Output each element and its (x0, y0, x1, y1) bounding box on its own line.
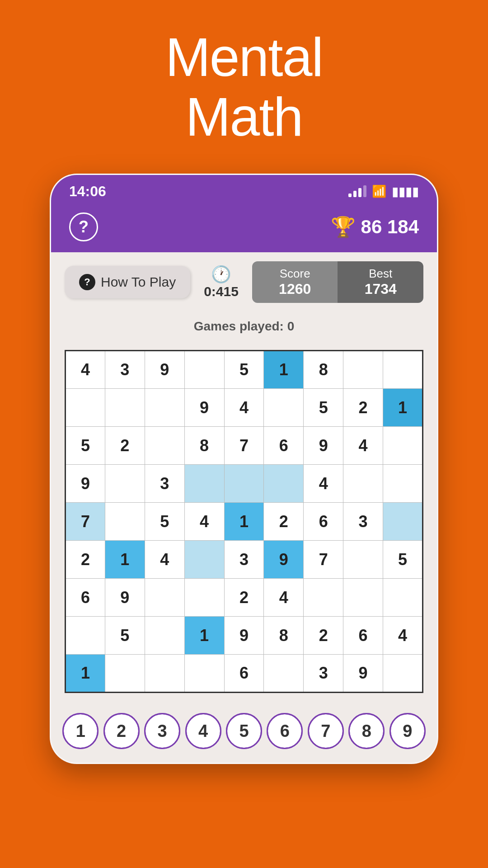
grid-cell[interactable] (145, 427, 184, 465)
grid-cell[interactable] (383, 503, 423, 541)
grid-cell[interactable]: 1 (105, 541, 145, 579)
signal-icon (348, 186, 366, 197)
grid-cell[interactable]: 5 (66, 427, 105, 465)
grid-cell[interactable]: 6 (66, 579, 105, 617)
grid-cell[interactable]: 7 (224, 427, 264, 465)
number-button-7[interactable]: 7 (308, 713, 344, 749)
grid-cell[interactable] (343, 351, 383, 389)
best-value: 1734 (348, 281, 413, 297)
number-button-3[interactable]: 3 (144, 713, 180, 749)
grid-cell[interactable]: 5 (145, 503, 184, 541)
grid-cell[interactable]: 8 (304, 351, 343, 389)
help-button[interactable]: ? (69, 212, 98, 241)
wifi-icon: 📶 (372, 184, 386, 198)
grid-cell[interactable] (105, 389, 145, 427)
grid-cell[interactable]: 2 (304, 617, 343, 655)
grid-cell[interactable] (105, 465, 145, 503)
grid-cell[interactable] (383, 579, 423, 617)
grid-cell[interactable]: 4 (145, 541, 184, 579)
grid-cell[interactable]: 9 (343, 655, 383, 693)
grid-cell[interactable]: 3 (224, 541, 264, 579)
grid-cell[interactable] (66, 617, 105, 655)
grid-cell[interactable]: 7 (66, 503, 105, 541)
grid-cell[interactable]: 9 (184, 389, 224, 427)
grid-cell[interactable]: 3 (105, 351, 145, 389)
grid-cell[interactable]: 9 (304, 427, 343, 465)
grid-cell[interactable] (343, 465, 383, 503)
grid-cell[interactable]: 2 (105, 427, 145, 465)
timer-section: 🕐 0:415 (204, 265, 239, 299)
grid-cell[interactable] (105, 503, 145, 541)
number-button-2[interactable]: 2 (103, 713, 140, 749)
grid-cell[interactable] (184, 655, 224, 693)
grid-cell[interactable]: 9 (145, 351, 184, 389)
sudoku-grid: 4395189452152876949347541263214397569245… (65, 350, 423, 693)
grid-cell[interactable] (383, 465, 423, 503)
grid-cell[interactable]: 8 (264, 617, 304, 655)
grid-cell[interactable]: 2 (66, 541, 105, 579)
grid-cell[interactable]: 2 (224, 579, 264, 617)
grid-cell[interactable]: 6 (264, 427, 304, 465)
grid-cell[interactable]: 6 (304, 503, 343, 541)
grid-cell[interactable]: 5 (383, 541, 423, 579)
grid-container: 4395189452152876949347541263214397569245… (51, 341, 437, 702)
grid-cell[interactable]: 6 (224, 655, 264, 693)
grid-cell[interactable]: 5 (304, 389, 343, 427)
grid-cell[interactable] (184, 579, 224, 617)
grid-cell[interactable] (145, 655, 184, 693)
grid-cell[interactable] (304, 579, 343, 617)
grid-cell[interactable]: 1 (264, 351, 304, 389)
grid-cell[interactable]: 2 (264, 503, 304, 541)
grid-cell[interactable] (383, 351, 423, 389)
grid-cell[interactable]: 9 (224, 617, 264, 655)
grid-cell[interactable]: 8 (184, 427, 224, 465)
grid-cell[interactable] (224, 465, 264, 503)
grid-cell[interactable]: 4 (224, 389, 264, 427)
grid-cell[interactable] (184, 351, 224, 389)
number-button-1[interactable]: 1 (62, 713, 99, 749)
grid-cell[interactable]: 9 (264, 541, 304, 579)
number-button-5[interactable]: 5 (226, 713, 262, 749)
number-button-8[interactable]: 8 (348, 713, 385, 749)
grid-cell[interactable] (184, 465, 224, 503)
grid-cell[interactable]: 1 (66, 655, 105, 693)
grid-cell[interactable]: 5 (224, 351, 264, 389)
grid-cell[interactable]: 4 (66, 351, 105, 389)
grid-cell[interactable]: 1 (184, 617, 224, 655)
grid-cell[interactable]: 3 (304, 655, 343, 693)
score-label: Score (263, 267, 327, 281)
grid-cell[interactable]: 4 (184, 503, 224, 541)
grid-cell[interactable] (66, 389, 105, 427)
number-button-6[interactable]: 6 (267, 713, 303, 749)
grid-cell[interactable]: 9 (105, 579, 145, 617)
grid-cell[interactable]: 2 (343, 389, 383, 427)
grid-cell[interactable] (105, 655, 145, 693)
grid-cell[interactable]: 9 (66, 465, 105, 503)
grid-cell[interactable] (343, 541, 383, 579)
grid-cell[interactable] (145, 389, 184, 427)
grid-cell[interactable]: 5 (105, 617, 145, 655)
grid-cell[interactable]: 4 (343, 427, 383, 465)
grid-cell[interactable] (383, 427, 423, 465)
grid-cell[interactable]: 4 (304, 465, 343, 503)
number-button-4[interactable]: 4 (185, 713, 221, 749)
grid-cell[interactable]: 4 (383, 617, 423, 655)
question-icon: ? (79, 274, 95, 290)
how-to-play-button[interactable]: ? How To Play (65, 266, 190, 298)
grid-cell[interactable] (264, 655, 304, 693)
number-button-9[interactable]: 9 (389, 713, 426, 749)
grid-cell[interactable] (145, 617, 184, 655)
grid-cell[interactable] (383, 655, 423, 693)
grid-cell[interactable]: 1 (383, 389, 423, 427)
grid-cell[interactable] (343, 579, 383, 617)
grid-cell[interactable] (264, 389, 304, 427)
grid-cell[interactable] (145, 579, 184, 617)
grid-cell[interactable]: 6 (343, 617, 383, 655)
grid-cell[interactable]: 4 (264, 579, 304, 617)
grid-cell[interactable] (264, 465, 304, 503)
grid-cell[interactable]: 7 (304, 541, 343, 579)
grid-cell[interactable]: 3 (343, 503, 383, 541)
grid-cell[interactable]: 1 (224, 503, 264, 541)
grid-cell[interactable]: 3 (145, 465, 184, 503)
grid-cell[interactable] (184, 541, 224, 579)
